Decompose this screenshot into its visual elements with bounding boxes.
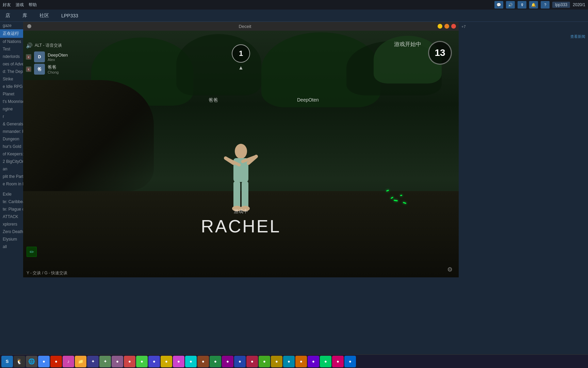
- sidebar-item-all[interactable]: all: [0, 243, 23, 250]
- window-minimize-btn[interactable]: [27, 24, 31, 28]
- sidebar-item-nations[interactable]: of Nations: [0, 38, 23, 45]
- sidebar-item-oes[interactable]: oes of Adve: [0, 60, 23, 68]
- sidebar-item-generals[interactable]: & Generals: [0, 120, 23, 128]
- sidebar-item-zero[interactable]: Zero Deaths: [0, 228, 23, 235]
- round-arrow-icon: ▲: [238, 65, 244, 71]
- menu-games[interactable]: 游戏: [16, 2, 24, 8]
- nav-community[interactable]: 社区: [37, 11, 52, 20]
- sidebar-item-moonrise[interactable]: t's Moonrise: [0, 98, 23, 105]
- minimize-dot[interactable]: [438, 24, 442, 29]
- sidebar-item-caribbean[interactable]: te: Caribbean: [0, 198, 23, 205]
- taskbar-files-icon[interactable]: 📁: [75, 356, 86, 367]
- taskbar-app5-icon[interactable]: ●: [124, 356, 135, 367]
- mic-button[interactable]: 🎙: [518, 1, 526, 9]
- mute-icon-deepoten[interactable]: 🔇: [26, 54, 31, 60]
- round-indicator: 1 ▲: [232, 44, 250, 71]
- voice-name-deepoten: DeepOten Alex: [48, 52, 68, 62]
- sidebar-item-r[interactable]: r: [0, 113, 23, 120]
- sidebar-item-empty: [0, 188, 23, 190]
- sidebar-item-strike[interactable]: Strike: [0, 75, 23, 83]
- sidebar-item-test[interactable]: Test: [0, 45, 23, 53]
- maximize-dot[interactable]: [444, 24, 449, 29]
- menu-help[interactable]: 帮助: [29, 2, 37, 8]
- voice-header: 🔊 ALT - 语音交谈: [26, 42, 95, 49]
- taskbar-app16-icon[interactable]: ●: [259, 356, 270, 367]
- player-label-baba: 爸爸: [209, 97, 218, 103]
- sidebar-item-running[interactable]: 正在运行: [0, 29, 23, 38]
- taskbar-linux-icon[interactable]: 🐧: [14, 356, 25, 367]
- nav-profile[interactable]: LPP333: [59, 12, 81, 20]
- weapon-item[interactable]: ✏: [27, 247, 37, 257]
- close-dot[interactable]: [451, 24, 456, 29]
- sidebar-item-planet[interactable]: Planet: [0, 90, 23, 98]
- taskbar-app2-icon[interactable]: ✦: [87, 356, 99, 367]
- game-scene[interactable]: 🔊 ALT - 语音交谈 🔇 D DeepOten Alex 🔇 爸 爸爸 Ch…: [23, 31, 459, 277]
- taskbar-app22-icon[interactable]: ●: [332, 356, 344, 367]
- taskbar-app14-icon[interactable]: ●: [234, 356, 246, 367]
- sidebar-item-keepers[interactable]: of Keepers: F: [0, 150, 23, 158]
- taskbar-app12-icon[interactable]: ●: [210, 356, 221, 367]
- nav-library[interactable]: 库: [20, 11, 30, 20]
- steam-topbar: 好友 游戏 帮助 💬 🔊 🎙 🔔 ? lpp333 2020/1: [0, 0, 588, 10]
- sidebar-item-bigcity[interactable]: 2 BigCityOnl: [0, 158, 23, 165]
- character-status: 游戏中: [201, 209, 281, 215]
- game-window: Deceit 🔊 ALT - 语音交谈: [23, 22, 459, 277]
- taskbar-app18-icon[interactable]: ●: [283, 356, 295, 367]
- sidebar-item-room[interactable]: e Room in He: [0, 180, 23, 188]
- taskbar-music-icon[interactable]: ♪: [63, 356, 74, 367]
- taskbar-app20-icon[interactable]: ●: [308, 356, 319, 367]
- voice-panel: 🔊 ALT - 语音交谈 🔇 D DeepOten Alex 🔇 爸 爸爸 Ch…: [23, 40, 98, 79]
- taskbar-app8-icon[interactable]: ●: [161, 356, 172, 367]
- chat-button[interactable]: 💬: [494, 1, 503, 9]
- taskbar-app6-icon[interactable]: ●: [136, 356, 148, 367]
- sidebar-item-exile[interactable]: Exile: [0, 190, 23, 198]
- user-sub-baba: Chong: [48, 70, 59, 74]
- taskbar-app19-icon[interactable]: ●: [295, 356, 307, 367]
- nav-store[interactable]: 店: [3, 11, 13, 20]
- taskbar-chrome-icon[interactable]: ●: [38, 356, 50, 367]
- sidebar-item-gold[interactable]: hur's Gold: [0, 143, 23, 150]
- sidebar-item-gaze[interactable]: gaze: [0, 22, 23, 29]
- taskbar-app3-icon[interactable]: ✦: [99, 356, 111, 367]
- right-panel-action[interactable]: 查看新闻: [459, 31, 588, 42]
- sidebar-item-explorers[interactable]: xplorers: [0, 220, 23, 228]
- user-name-deepoten: DeepOten: [48, 52, 68, 58]
- sidebar-item-elysium[interactable]: Elysium: [0, 235, 23, 243]
- sidebar-item-ngine[interactable]: ngine: [0, 105, 23, 113]
- sidebar-item-party[interactable]: plit the Party: [0, 173, 23, 180]
- taskbar-app15-icon[interactable]: ●: [246, 356, 258, 367]
- notification-button[interactable]: 🔔: [529, 1, 538, 9]
- sidebar-item-commander[interactable]: mmander: Far: [0, 128, 23, 135]
- help-button[interactable]: ?: [541, 1, 550, 9]
- taskbar-app23-icon[interactable]: ●: [344, 356, 356, 367]
- taskbar-app13-icon[interactable]: ●: [222, 356, 233, 367]
- taskbar-app11-icon[interactable]: ●: [197, 356, 209, 367]
- sidebar-item-attack[interactable]: ATTACK: [0, 213, 23, 220]
- mute-icon-baba[interactable]: 🔇: [26, 66, 31, 72]
- sidebar-item-plague[interactable]: te: Plague of: [0, 205, 23, 213]
- character-name-display: 游戏中 RACHEL: [201, 209, 281, 236]
- sidebar-item-dungeon[interactable]: Dungeon: [0, 135, 23, 143]
- settings-icon[interactable]: ⚙: [447, 266, 455, 274]
- taskbar-app4-icon[interactable]: ●: [112, 356, 123, 367]
- right-panel: +7 查看新闻: [459, 22, 588, 354]
- sidebar-item-an[interactable]: an: [0, 165, 23, 173]
- avatar-baba: 爸: [34, 64, 45, 75]
- menu-friends[interactable]: 好友: [3, 2, 11, 8]
- sidebar-item-nderlords[interactable]: nderlords: [0, 53, 23, 60]
- username-dropdown[interactable]: lpp333: [552, 2, 570, 8]
- taskbar-app9-icon[interactable]: ●: [173, 356, 184, 367]
- game-timer: 13: [428, 41, 452, 65]
- taskbar-app21-icon[interactable]: ●: [320, 356, 331, 367]
- voice-button[interactable]: 🔊: [506, 1, 515, 9]
- taskbar-app10-icon[interactable]: ●: [185, 356, 197, 367]
- taskbar-browser-icon[interactable]: 🌐: [26, 356, 37, 367]
- taskbar: S 🐧 🌐 ● ● ♪ 📁 ✦ ✦ ● ● ● ● ● ● ● ● ● ● ● …: [0, 354, 588, 368]
- sidebar-item-idle[interactable]: e Idle RPG: [0, 83, 23, 90]
- taskbar-app17-icon[interactable]: ●: [271, 356, 282, 367]
- taskbar-steam-icon[interactable]: S: [1, 356, 13, 367]
- taskbar-app1-icon[interactable]: ●: [50, 356, 62, 367]
- taskbar-app7-icon[interactable]: ●: [148, 356, 160, 367]
- sidebar-scroll[interactable]: gaze 正在运行 of Nations Test nderlords oes …: [0, 22, 23, 354]
- sidebar-item-depa[interactable]: d: The Depa: [0, 68, 23, 75]
